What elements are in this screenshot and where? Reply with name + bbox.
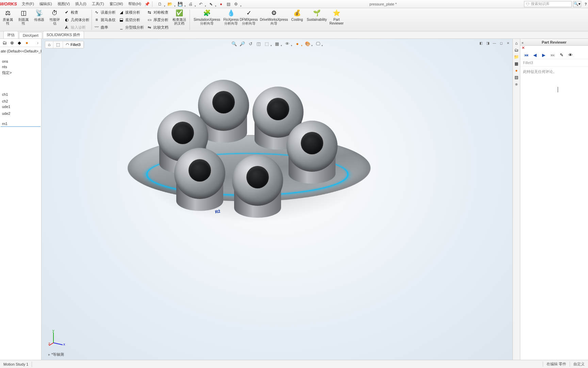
- view-palette-icon[interactable]: ▦: [513, 61, 520, 67]
- undercut-analysis-button[interactable]: ⬓底切分析: [118, 16, 144, 23]
- zebra-stripes-button[interactable]: ≡斑马条纹: [94, 16, 116, 23]
- breadcrumb-home[interactable]: ⌂: [45, 41, 53, 48]
- costing-button[interactable]: 💰Costing: [289, 8, 305, 22]
- menu-tools[interactable]: 工具(T): [89, 1, 107, 6]
- display-style-icon[interactable]: ▦: [273, 40, 281, 47]
- thickness-analysis-button[interactable]: ▭厚度分析: [147, 16, 168, 23]
- tree-item[interactable]: 指定>: [1, 70, 40, 76]
- view-settings-icon[interactable]: 🖵: [314, 40, 322, 47]
- compare-docs-button[interactable]: ⇋比较文档: [147, 24, 168, 31]
- tab-dimxpert[interactable]: DimXpert: [19, 32, 42, 39]
- menu-help[interactable]: 帮助(H): [126, 1, 144, 6]
- search-input[interactable]: 🛡 搜索知识库: [524, 1, 572, 7]
- menu-window[interactable]: 窗口(W): [107, 1, 126, 6]
- property-manager-tab-icon[interactable]: ⊕: [9, 40, 15, 46]
- draft-analysis-button[interactable]: ◢拔模分析: [118, 9, 144, 16]
- reviewer-comment-area[interactable]: 此特征无任何评论。: [520, 66, 588, 360]
- tree-item[interactable]: nts: [1, 64, 40, 70]
- feature-tree-tab-icon[interactable]: 🗂: [1, 40, 7, 46]
- motion-study-tab[interactable]: Motion Study 1: [0, 362, 32, 367]
- appearances-icon[interactable]: ●: [513, 67, 520, 74]
- help-button[interactable]: ?: [583, 2, 588, 6]
- symmetry-check-button[interactable]: ⇆对称检查: [147, 9, 168, 16]
- breadcrumb-part[interactable]: ⬚: [53, 41, 63, 48]
- config-manager-tab-icon[interactable]: ◆: [16, 40, 22, 46]
- show-icon[interactable]: 👁: [567, 52, 574, 58]
- next-icon[interactable]: ▶: [540, 52, 548, 58]
- minimize-icon[interactable]: —: [491, 40, 497, 46]
- view-orientation-icon[interactable]: ⬚: [263, 40, 271, 47]
- scene-icon[interactable]: 🎨: [304, 40, 311, 47]
- options-icon[interactable]: ▤: [225, 1, 232, 7]
- menu-view[interactable]: 视图(V): [55, 1, 73, 6]
- settings-icon[interactable]: ⚙: [233, 1, 240, 7]
- pin-icon[interactable]: 📌: [144, 1, 151, 7]
- check-active-doc-button[interactable]: ✅检查激活的文档: [170, 8, 189, 26]
- dock-left-icon[interactable]: ◧: [478, 40, 484, 46]
- tree-item[interactable]: ch1: [1, 92, 40, 97]
- tree-item[interactable]: ude2: [1, 111, 40, 116]
- file-explorer-icon[interactable]: 📁: [513, 54, 520, 60]
- orientation-triad[interactable]: y x z: [48, 329, 65, 346]
- home-icon[interactable]: ⌂: [513, 40, 520, 46]
- sensor-button[interactable]: 📡传感器: [31, 8, 47, 22]
- tab-plugins[interactable]: SOLIDWORKS 插件: [43, 31, 84, 39]
- prev-view-icon[interactable]: ↺: [247, 40, 254, 47]
- close-icon[interactable]: ✕: [505, 40, 511, 46]
- feature-tree[interactable]: ate (Default<<Default>_P ons nts 指定> ch1…: [0, 47, 41, 360]
- curvature-button[interactable]: 〰曲率: [94, 24, 116, 31]
- new-icon[interactable]: 🗋: [157, 1, 163, 7]
- hide-show-icon[interactable]: 👁: [283, 40, 291, 47]
- deviation-analysis-button[interactable]: ∿误差分析: [94, 9, 116, 16]
- breadcrumb-feature[interactable]: ◠Fillet3: [63, 41, 83, 48]
- menu-file[interactable]: 文件(F): [19, 1, 37, 6]
- performance-eval-button[interactable]: ⏱性能评估: [47, 8, 63, 26]
- tree-item[interactable]: rn1: [1, 121, 40, 127]
- section-view-icon[interactable]: ◫: [255, 40, 262, 47]
- open-icon[interactable]: 📂: [167, 1, 174, 7]
- tree-item[interactable]: ons: [1, 59, 40, 64]
- geometry-analysis-button[interactable]: ◐几何体分析: [64, 16, 89, 23]
- graphics-viewport[interactable]: ⌂ ⬚ ◠Fillet3 🔍 🔎 ↺ ◫ ⬚ ▦ 👁 ● 🎨 🖵 ◧ ◨ — ◻…: [42, 39, 512, 360]
- appearance-icon[interactable]: ●: [294, 40, 301, 47]
- parting-line-button[interactable]: ⎯分型线分析: [118, 24, 144, 31]
- last-icon[interactable]: ⏭: [549, 52, 556, 58]
- status-custom[interactable]: 自定义: [570, 362, 588, 367]
- select-icon[interactable]: ⬉: [208, 1, 214, 7]
- custom-props-icon[interactable]: ▤: [513, 74, 520, 80]
- maximize-icon[interactable]: ◻: [498, 40, 504, 46]
- search-button[interactable]: 🔍▾: [573, 1, 581, 7]
- undercut-icon: ⬓: [118, 17, 124, 22]
- design-library-icon[interactable]: 🗂: [513, 47, 520, 53]
- section-properties-button[interactable]: ◫剖面属性: [16, 8, 31, 26]
- save-icon[interactable]: 💾: [177, 1, 184, 7]
- tree-root[interactable]: ate (Default<<Default>_P: [1, 48, 40, 54]
- appearance-tab-icon[interactable]: ●: [24, 40, 30, 46]
- part-reviewer-button[interactable]: ⭐PartReviewer: [329, 8, 344, 26]
- tab-evaluate[interactable]: 评估: [3, 31, 18, 39]
- check-button[interactable]: ✔检查: [64, 9, 89, 16]
- dock-right-icon[interactable]: ◨: [485, 40, 491, 46]
- floxpress-button[interactable]: 💧FloXpress分析向导: [223, 8, 239, 26]
- forum-icon[interactable]: ⍟: [513, 81, 520, 87]
- zoom-area-icon[interactable]: 🔎: [239, 40, 246, 47]
- print-icon[interactable]: 🖨: [187, 1, 194, 7]
- prev-icon[interactable]: ◀: [531, 52, 539, 58]
- edit-icon[interactable]: ✎: [558, 52, 565, 58]
- tree-item[interactable]: ude1: [1, 104, 40, 109]
- zoom-fit-icon[interactable]: 🔍: [230, 40, 238, 47]
- mass-properties-button[interactable]: ⚖质量属性: [0, 8, 16, 26]
- rebuild-icon[interactable]: ●: [218, 1, 225, 7]
- dfmxpress-button[interactable]: ✓DFMXpress分析向导: [239, 8, 259, 26]
- menu-edit[interactable]: 编辑(E): [37, 1, 55, 6]
- driveworksxpress-button[interactable]: ⚙DriveWorksXpress向导: [259, 8, 289, 26]
- tree-item[interactable]: ch2: [1, 98, 40, 104]
- undo-icon[interactable]: ↶: [197, 1, 204, 7]
- simulationxpress-button[interactable]: 🧩SimulationXpress分析向导: [191, 8, 223, 26]
- menu-insert[interactable]: 插入(I): [72, 1, 89, 6]
- expand-panel-icon[interactable]: ›: [36, 41, 40, 45]
- import-diagnostics-button[interactable]: ⮙输入诊断: [64, 24, 89, 31]
- sustainability-button[interactable]: 🌱Sustainability: [305, 8, 329, 22]
- collapse-icon[interactable]: «: [522, 40, 524, 46]
- first-icon[interactable]: ⏮: [522, 52, 530, 58]
